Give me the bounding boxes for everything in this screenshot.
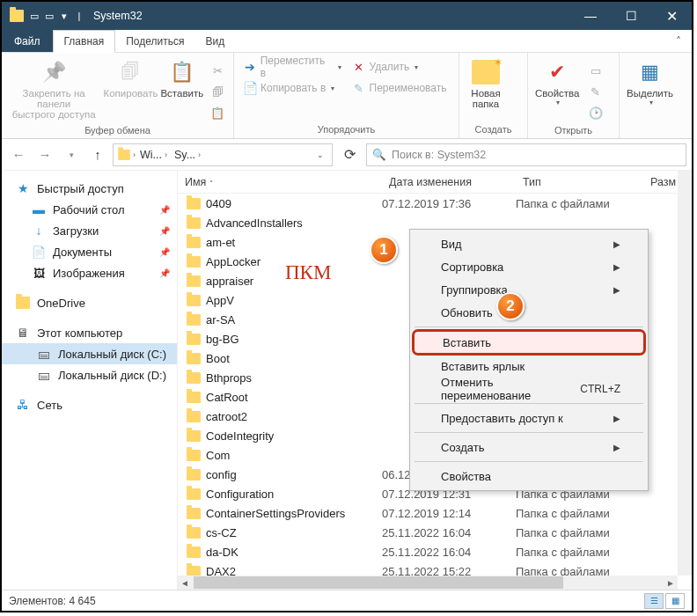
close-button[interactable]: ✕	[651, 2, 692, 30]
view-large-button[interactable]: ▦	[665, 593, 685, 609]
sidebar-item-desktop[interactable]: ▬Рабочий стол📌	[2, 199, 177, 220]
pastesc-icon: 📋	[210, 106, 224, 120]
column-name[interactable]: Имя˄	[178, 176, 382, 188]
address-bar[interactable]: › Wi...› Sy...› ⌄	[113, 143, 333, 166]
file-name: appraiser	[206, 275, 253, 288]
column-headers: Имя˄ Дата изменения Тип Разм	[178, 171, 692, 194]
pin-icon	[40, 58, 68, 86]
file-type: Папка с файлами	[516, 197, 643, 210]
status-bar: Элементов: 4 645 ☰ ▦	[2, 590, 692, 611]
rename-button[interactable]: Переименовать	[347, 77, 456, 99]
scroll-left-icon[interactable]: ◄	[178, 578, 192, 588]
ctx-paste-shortcut[interactable]: Вставить ярлык	[413, 355, 645, 378]
sidebar-item-onedrive[interactable]: OneDrive	[2, 292, 177, 313]
explorer-window: ▭ ▭ ▾ | System32 — ☐ ✕ Файл Главная Поде…	[0, 0, 693, 612]
file-name: da-DK	[206, 546, 238, 559]
folder-icon	[187, 314, 201, 326]
chevron-right-icon: ▶	[613, 239, 620, 249]
forward-button[interactable]: →	[33, 143, 56, 166]
chevron-right-icon: ▶	[613, 443, 620, 452]
ctx-properties[interactable]: Свойства	[413, 465, 645, 488]
copy-icon	[116, 58, 144, 86]
pin-quickaccess-button[interactable]: Закрепить на панели быстрого доступа	[5, 56, 102, 121]
sidebar-item-network[interactable]: 🖧Сеть	[2, 394, 177, 415]
scroll-right-icon[interactable]: ►	[664, 578, 678, 588]
move-to-button[interactable]: Переместить в▾	[238, 56, 347, 77]
ctx-sort[interactable]: Сортировка▶	[413, 255, 645, 278]
ctx-paste[interactable]: Вставить	[412, 329, 646, 356]
copy-button[interactable]: Копировать	[102, 56, 158, 100]
new-folder-button[interactable]: Новая папка	[463, 56, 509, 111]
ctx-create[interactable]: Создать▶	[413, 436, 645, 458]
tab-view[interactable]: Вид	[194, 30, 235, 52]
qat-newfolder-icon[interactable]: ▭	[42, 9, 56, 23]
breadcrumb-segment-2[interactable]: Sy...›	[172, 149, 203, 161]
table-row[interactable]: da-DK25.11.2022 16:04Папка с файлами	[178, 542, 692, 561]
minimize-button[interactable]: —	[570, 2, 611, 30]
recent-dropdown[interactable]: ▾	[60, 143, 83, 166]
ctx-view[interactable]: Вид▶	[413, 232, 645, 255]
pin-icon: 📌	[159, 268, 170, 278]
ribbon-collapse-icon[interactable]: ˄	[665, 30, 692, 52]
sidebar-item-disk-d[interactable]: 🖴Локальный диск (D:)	[2, 364, 177, 385]
paste-button[interactable]: Вставить	[159, 56, 205, 100]
view-details-button[interactable]: ☰	[644, 593, 664, 609]
column-type[interactable]: Тип	[516, 176, 643, 188]
file-date: 07.12.2019 12:14	[382, 507, 516, 520]
ctx-refresh[interactable]: Обновить	[413, 301, 645, 324]
maximize-button[interactable]: ☐	[611, 2, 651, 30]
app-icon	[7, 6, 26, 26]
sidebar-item-downloads[interactable]: Загрузки📌	[2, 220, 177, 241]
address-dropdown-icon[interactable]: ⌄	[312, 150, 328, 159]
back-button[interactable]: ←	[7, 143, 30, 166]
sidebar-item-this-pc[interactable]: 🖥Этот компьютер	[2, 322, 177, 343]
properties-button[interactable]: Свойства▾	[532, 56, 583, 108]
file-menu[interactable]: Файл	[2, 30, 53, 52]
item-count: Элементов: 4 645	[9, 595, 96, 607]
sidebar-item-quick-access[interactable]: ★Быстрый доступ	[2, 178, 177, 199]
vertical-scrollbar[interactable]	[678, 171, 692, 576]
navigation-pane[interactable]: ★Быстрый доступ ▬Рабочий стол📌 Загрузки📌…	[2, 171, 178, 590]
navigation-bar: ← → ▾ ↑ › Wi...› Sy...› ⌄ ⟳ 🔍 Поиск в: S…	[2, 139, 692, 171]
history-button[interactable]: 🕑	[583, 102, 608, 123]
table-row[interactable]: cs-CZ25.11.2022 16:04Папка с файлами	[178, 523, 692, 542]
ctx-group[interactable]: Группировка▶	[413, 278, 645, 301]
copy-path-button[interactable]: 🗐	[205, 81, 230, 102]
disk-icon: 🖴	[37, 347, 51, 361]
folder-icon	[187, 527, 201, 539]
breadcrumb-segment-1[interactable]: Wi...›	[137, 149, 170, 161]
column-date[interactable]: Дата изменения	[382, 176, 516, 188]
ctx-share[interactable]: Предоставить доступ к▶	[413, 407, 645, 429]
chevron-right-icon[interactable]: ›	[133, 150, 136, 159]
edit-button[interactable]: ✎	[583, 81, 608, 102]
cut-button[interactable]: ✂	[205, 60, 230, 81]
qat-dropdown-icon[interactable]: ▾	[57, 9, 71, 23]
select-button[interactable]: Выделить▾	[623, 56, 677, 108]
folder-icon	[187, 353, 201, 364]
qat-properties-icon[interactable]: ▭	[27, 9, 41, 23]
ctx-undo-rename[interactable]: Отменить переименованиеCTRL+Z	[413, 378, 645, 400]
select-icon	[636, 58, 664, 86]
delete-icon	[352, 60, 366, 74]
sidebar-item-documents[interactable]: Документы📌	[2, 241, 177, 262]
open-button[interactable]: ▭	[583, 60, 608, 81]
refresh-button[interactable]: ⟳	[336, 143, 363, 166]
copy-to-button[interactable]: Копировать в▾	[238, 77, 347, 99]
sidebar-item-disk-c[interactable]: 🖴Локальный диск (C:)	[2, 343, 177, 364]
table-row[interactable]: 040907.12.2019 17:36Папка с файлами	[178, 194, 692, 213]
ctx-separator	[415, 326, 643, 327]
delete-button[interactable]: Удалить▾	[347, 56, 456, 77]
table-row[interactable]: ContainerSettingsProviders07.12.2019 12:…	[178, 503, 692, 523]
paste-shortcut-button[interactable]: 📋	[205, 102, 230, 123]
sidebar-item-pictures[interactable]: Изображения📌	[2, 262, 177, 283]
search-input[interactable]: 🔍 Поиск в: System32	[366, 143, 686, 166]
desktop-icon: ▬	[32, 202, 46, 216]
up-button[interactable]: ↑	[86, 143, 109, 166]
folder-icon	[187, 450, 201, 461]
file-date: 07.12.2019 17:36	[382, 197, 516, 210]
star-icon: ★	[16, 181, 30, 195]
tab-home[interactable]: Главная	[53, 30, 116, 53]
horizontal-scrollbar[interactable]: ◄ ►	[178, 576, 678, 590]
scroll-thumb[interactable]	[194, 576, 563, 589]
tab-share[interactable]: Поделиться	[115, 30, 194, 52]
